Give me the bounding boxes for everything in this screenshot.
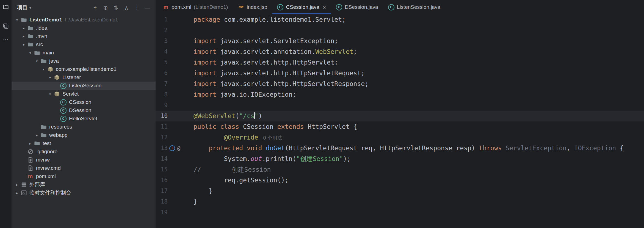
line-number-gutter[interactable]: 9 <box>156 100 194 111</box>
code-area[interactable]: 1package com.example.listendemo1.Servlet… <box>156 14 644 228</box>
project-folder-icon[interactable] <box>1 2 10 12</box>
folder-icon <box>21 17 27 23</box>
line-number-gutter[interactable]: 16 <box>156 175 194 186</box>
project-panel-title: 项目 <box>17 4 27 11</box>
line-number-gutter[interactable]: 8 <box>156 89 194 100</box>
tab-dsession-java[interactable]: CDSession.java <box>331 0 383 14</box>
code-line[interactable]: 17 } <box>156 186 644 196</box>
package-icon <box>47 66 53 73</box>
line-number-gutter[interactable]: 10 <box>156 111 194 121</box>
chevron-down-icon[interactable]: ▾ <box>27 51 34 55</box>
tree-item-listensession[interactable]: CListenSession <box>12 82 156 90</box>
chevron-right-icon[interactable]: ▸ <box>13 191 21 195</box>
line-number-gutter[interactable]: 18 <box>156 196 194 207</box>
tab-index-jsp[interactable]: JSPindex.jsp <box>233 0 272 14</box>
code-text: protected void doGet(HttpServletRequest … <box>194 143 624 154</box>
code-line[interactable]: 9 <box>156 100 644 111</box>
code-line[interactable]: 3import javax.servlet.ServletException; <box>156 36 644 46</box>
tab-csession-java[interactable]: CCSession.java× <box>272 0 331 14</box>
code-line[interactable]: 7import javax.servlet.http.HttpServletRe… <box>156 79 644 89</box>
chevron-down-icon[interactable]: ▾ <box>13 18 21 22</box>
line-number-gutter[interactable]: 15 <box>156 164 194 175</box>
line-number-gutter[interactable]: 11 <box>156 121 194 132</box>
tree-item-java[interactable]: ▾java <box>12 57 156 65</box>
tab-pom-xml[interactable]: mpom.xml (ListenDemo1) <box>158 0 233 14</box>
code-line[interactable]: 19 <box>156 207 644 218</box>
line-number-gutter[interactable]: 3 <box>156 36 194 46</box>
code-line[interactable]: 16 req.getSession(); <box>156 175 644 186</box>
chevron-down-icon[interactable]: ▾ <box>20 43 27 47</box>
chevron-right-icon[interactable]: ▸ <box>13 183 21 187</box>
override-gutter-icon[interactable]: ↑ <box>169 145 175 151</box>
collapse-icon[interactable]: ∧ <box>122 3 131 12</box>
chevron-down-icon[interactable]: ▾ <box>33 59 40 63</box>
code-line[interactable]: 18} <box>156 196 644 207</box>
chevron-right-icon[interactable]: ▸ <box>20 26 27 30</box>
code-line[interactable]: 14 System.out.println("创建Session"); <box>156 154 644 164</box>
line-number-gutter[interactable]: 2 <box>156 25 194 36</box>
code-line[interactable]: 13↑@ protected void doGet(HttpServletReq… <box>156 143 644 154</box>
tree-item-label: HelloServlet <box>69 116 97 122</box>
code-line[interactable]: 2 <box>156 25 644 36</box>
tree-item-main[interactable]: ▾main <box>12 49 156 57</box>
tree-item-mvnw[interactable]: mvnw <box>12 156 156 164</box>
tree-item-pom-xml[interactable]: mpom.xml <box>12 172 156 180</box>
chevron-down-icon[interactable]: ▾ <box>46 76 54 80</box>
tree-item-resources[interactable]: resources <box>12 123 156 131</box>
line-number-gutter[interactable]: 13↑@ <box>156 143 194 154</box>
tree-item-label: test <box>43 140 51 146</box>
code-line[interactable]: 15// 创建Session <box>156 164 644 175</box>
line-number-gutter[interactable]: 14 <box>156 154 194 164</box>
line-number-gutter[interactable]: 1 <box>156 14 194 25</box>
line-number-gutter[interactable]: 7 <box>156 79 194 89</box>
tree-item-listener[interactable]: ▾Listener <box>12 73 156 82</box>
line-number-gutter[interactable]: 12 <box>156 132 194 143</box>
tree-item-mvnw-cmd[interactable]: mvnw.cmd <box>12 164 156 172</box>
code-line[interactable]: 1package com.example.listendemo1.Servlet… <box>156 14 644 25</box>
tree-item-gitignore[interactable]: .gitignore <box>12 148 156 156</box>
tree-item-label: mvnw <box>36 157 50 163</box>
annotation-gutter-icon[interactable]: @ <box>177 146 180 151</box>
hide-icon[interactable]: — <box>143 3 152 12</box>
more-vertical-icon[interactable]: ⋮ <box>132 3 141 12</box>
tree-item-listendemo1[interactable]: ▾ListenDemo1F:\JavaEE\ListenDemo1 <box>12 16 156 24</box>
code-line[interactable]: 4import javax.servlet.annotation.WebServ… <box>156 46 644 57</box>
line-number-gutter[interactable]: 17 <box>156 186 194 196</box>
tree-item-servlet[interactable]: ▾Servlet <box>12 90 156 98</box>
chevron-down-icon[interactable]: ▾ <box>40 67 47 71</box>
line-number-gutter[interactable]: 19 <box>156 207 194 218</box>
expand-icon[interactable]: ⇅ <box>112 3 120 12</box>
tree-item-webapp[interactable]: ▸webapp <box>12 131 156 139</box>
code-line[interactable]: 8import java.io.IOException; <box>156 89 644 100</box>
tree-item-helloservlet[interactable]: CHelloServlet <box>12 115 156 123</box>
code-line[interactable]: 12 @Override0 个用法 <box>156 132 644 143</box>
tree-item-mvn[interactable]: ▸.mvn <box>12 32 156 40</box>
tree-item-test[interactable]: ▸test <box>12 139 156 148</box>
more-icon[interactable]: ⋯ <box>1 35 10 44</box>
tree-item-src[interactable]: ▾src <box>12 40 156 49</box>
tree-item-csession[interactable]: CCSession <box>12 98 156 106</box>
line-number-gutter[interactable]: 6 <box>156 68 194 79</box>
close-icon[interactable]: × <box>323 4 326 10</box>
tree-item-dsession[interactable]: CDSession <box>12 106 156 115</box>
project-dropdown[interactable]: 项目 ▾ <box>17 4 31 11</box>
chevron-right-icon[interactable]: ▸ <box>33 133 40 137</box>
tree-item-item[interactable]: ▸临时文件和控制台 <box>12 189 156 197</box>
package-icon <box>54 91 60 97</box>
code-line[interactable]: 11public class CSession extends HttpServ… <box>156 121 644 132</box>
plus-icon[interactable]: + <box>91 3 99 12</box>
tree-item-idea[interactable]: ▸.idea <box>12 24 156 32</box>
code-line[interactable]: 5import javax.servlet.http.HttpServlet; <box>156 57 644 68</box>
code-line[interactable]: 10@WebServlet("/cs") <box>156 111 644 121</box>
tree-item-com-example-listendemo1[interactable]: ▾com.example.listendemo1 <box>12 65 156 73</box>
chevron-right-icon[interactable]: ▸ <box>27 141 34 146</box>
line-number-gutter[interactable]: 5 <box>156 57 194 68</box>
tab-listensession-java[interactable]: CListenSession.java <box>383 0 445 14</box>
line-number-gutter[interactable]: 4 <box>156 46 194 57</box>
locate-icon[interactable]: ⊕ <box>101 3 110 12</box>
tree-item-item[interactable]: ▸外部库 <box>12 180 156 189</box>
copy-icon[interactable] <box>1 21 10 31</box>
chevron-right-icon[interactable]: ▸ <box>20 34 27 38</box>
chevron-down-icon[interactable]: ▾ <box>46 92 54 96</box>
code-line[interactable]: 6import javax.servlet.http.HttpServletRe… <box>156 68 644 79</box>
